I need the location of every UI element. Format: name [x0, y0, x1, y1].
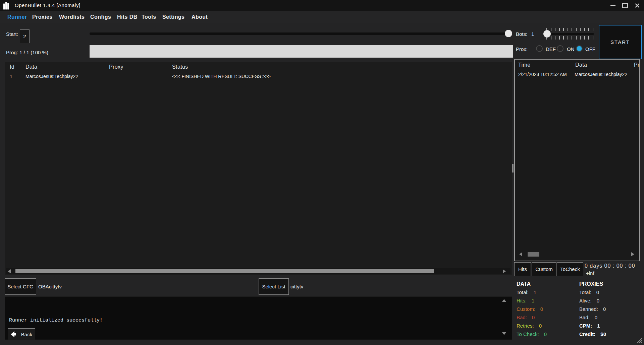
proxy-total: Total:0: [579, 288, 606, 296]
bots-slider-ticks-bottom: [546, 36, 593, 40]
hits-col-data: Data: [575, 62, 587, 68]
back-label: Back: [21, 332, 32, 337]
close-icon: [635, 3, 640, 8]
minimize-icon: [610, 5, 615, 6]
stats-data-header: DATA: [517, 280, 547, 288]
menu-tools[interactable]: Tools: [142, 11, 156, 23]
back-arrow-icon: [11, 331, 19, 337]
stat-total: Total:1: [517, 288, 547, 296]
hits-scroll-left-icon[interactable]: [519, 252, 522, 256]
stats-proxies-header: PROXIES: [579, 280, 606, 288]
row-id: 1: [10, 74, 12, 79]
select-cfg-button[interactable]: Select CFG: [5, 278, 36, 295]
elapsed-timer: 0 days 00 : 00 : 00: [585, 263, 635, 269]
menu-bar: Runner Proxies Wordlists Configs Hits DB…: [0, 11, 644, 23]
proxy-radio-def-label: DEF: [546, 46, 556, 52]
row-status: <<< FINISHED WITH RESULT: SUCCESS >>>: [172, 74, 271, 79]
stat-hits: Hits:1: [517, 296, 547, 305]
proxy-radio-on-label: ON: [567, 46, 575, 52]
log-console: Runner initialized succesfully! Started …: [5, 296, 512, 340]
col-header-data: Data: [25, 64, 37, 70]
stat-credit: Credit:$0: [579, 330, 606, 338]
hits-col-time: Time: [518, 62, 531, 68]
results-hscrollbar[interactable]: [6, 268, 511, 274]
tab-hits[interactable]: Hits: [514, 262, 531, 276]
col-header-proxy: Proxy: [109, 64, 123, 70]
hit-time: 2/21/2023 10:12:52 AM: [518, 72, 567, 77]
resize-grip-icon[interactable]: [635, 336, 643, 344]
tab-custom[interactable]: Custom: [532, 262, 556, 276]
log-line: Started Running Config OBA_cittytv with …: [9, 343, 512, 345]
selected-list-name: cittytv: [290, 278, 303, 295]
hit-data: MarcosJesus:Techplay22: [575, 72, 627, 77]
col-header-id: Id: [10, 64, 14, 70]
results-table: Id Data Proxy Status 1 MarcosJesus:Techp…: [5, 62, 512, 275]
stats-proxies: PROXIES Total:0 Alive:0 Banned:0 Bad:0 C…: [579, 280, 606, 338]
scroll-left-icon[interactable]: [8, 269, 11, 273]
hits-panel: Time Data Pr 2/21/2023 10:12:52 AM Marco…: [514, 59, 640, 261]
scroll-right-icon[interactable]: [503, 269, 506, 273]
hits-scroll-right-icon[interactable]: [631, 252, 634, 256]
start-slider-track[interactable]: [90, 32, 505, 35]
progress-bar: [90, 45, 513, 58]
bots-value: 1: [531, 31, 534, 37]
hits-hscrollbar[interactable]: [515, 248, 639, 261]
row-data: MarcosJesus:Techplay22: [25, 74, 78, 79]
progress-label: Prog: 1 / 1 (100 %): [6, 50, 48, 55]
hits-hscrollbar-thumb[interactable]: [528, 252, 539, 257]
menu-runner[interactable]: Runner: [7, 11, 27, 23]
stat-retries: Retries:0: [517, 322, 547, 330]
proxy-mode-label: Prox:: [516, 46, 528, 52]
proxy-bad: Bad:0: [579, 313, 606, 322]
menu-hitsdb[interactable]: Hits DB: [117, 11, 138, 23]
stat-custom: Custom:0: [517, 305, 547, 313]
hscrollbar-thumb[interactable]: [15, 269, 434, 273]
menu-proxies[interactable]: Proxies: [32, 11, 53, 23]
bots-label: Bots:: [516, 31, 527, 37]
log-line: Runner initialized succesfully!: [9, 316, 512, 325]
select-list-button[interactable]: Select List: [259, 278, 289, 295]
stat-tocheck: To Check:0: [517, 330, 547, 338]
maximize-icon: [622, 3, 628, 8]
menu-wordlists[interactable]: Wordlists: [59, 11, 85, 23]
eta-label: +inf: [586, 270, 594, 276]
col-header-status: Status: [172, 64, 188, 70]
menu-configs[interactable]: Configs: [90, 11, 111, 23]
start-button[interactable]: START: [599, 25, 642, 59]
proxy-radio-def[interactable]: [536, 45, 543, 52]
proxy-banned: Banned:0: [579, 305, 606, 313]
panel-splitter[interactable]: [512, 164, 514, 172]
log-scroll-down-icon[interactable]: [502, 332, 506, 335]
stats-data: DATA Total:1 Hits:1 Custom:0 Bad:0 Retri…: [517, 280, 547, 338]
app-logo-icon: [3, 2, 9, 10]
header-divider: [6, 72, 511, 72]
proxy-radio-off-label: OFF: [585, 46, 595, 52]
selected-config-name: OBAcittytv: [38, 278, 62, 295]
start-input[interactable]: [20, 29, 30, 43]
close-button[interactable]: [632, 0, 643, 11]
bots-slider-thumb[interactable]: [543, 30, 551, 38]
proxy-radio-off[interactable]: [576, 45, 583, 52]
bots-slider-ticks-top: [546, 28, 593, 31]
start-label: Start:: [6, 31, 18, 37]
menu-settings[interactable]: Settings: [162, 11, 184, 23]
title-bar: OpenBullet 1.4.4 [Anomaly]: [0, 0, 644, 11]
window-title: OpenBullet 1.4.4 [Anomaly]: [15, 0, 80, 11]
openbullet-window: OpenBullet 1.4.4 [Anomaly] Runner Proxie…: [0, 0, 644, 345]
maximize-button[interactable]: [620, 0, 630, 11]
minimize-button[interactable]: [608, 0, 618, 11]
stat-bad: Bad:0: [517, 313, 547, 322]
tab-tocheck[interactable]: ToCheck: [557, 262, 583, 276]
log-scroll-up-icon[interactable]: [502, 299, 506, 302]
proxy-alive: Alive:0: [579, 296, 606, 305]
menu-about[interactable]: About: [192, 11, 208, 23]
start-slider-thumb[interactable]: [505, 30, 512, 37]
bots-slider-track[interactable]: [543, 33, 594, 35]
stat-cpm: CPM:1: [579, 322, 606, 330]
hits-header-divider: [515, 70, 639, 70]
hits-col-proxy: Pr: [634, 62, 640, 68]
proxy-radio-on[interactable]: [557, 45, 564, 52]
back-button[interactable]: Back: [8, 328, 35, 340]
